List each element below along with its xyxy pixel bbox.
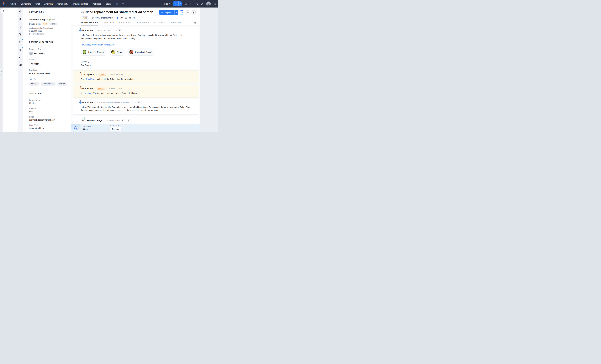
- field-value[interactable]: Mobiles: [29, 102, 68, 104]
- tag-pill[interactable]: Screen Issue: [41, 82, 56, 86]
- gamescope-icon[interactable]: [195, 2, 198, 5]
- tab-approvals[interactable]: 2 APPROVALS: [170, 22, 181, 25]
- nav-tab-chat[interactable]: Chat: [35, 0, 40, 8]
- sent-reply-badge-icon: [80, 30, 82, 32]
- nav-tab-im[interactable]: IM: [116, 0, 118, 8]
- message-author[interactable]: Don Evans: [82, 29, 93, 31]
- tab-time-entry[interactable]: 2 TIME ENTRY: [119, 22, 131, 25]
- collapse-panel-button[interactable]: [1, 9, 5, 13]
- department-label: zPad: [164, 3, 168, 5]
- nav-tab-social[interactable]: Social: [106, 0, 111, 8]
- owner-avatar: [29, 52, 33, 55]
- blueprint-widget[interactable]: [71, 124, 80, 132]
- happy-face-icon: [49, 19, 51, 21]
- due-date-label: Due Date: [29, 69, 68, 71]
- nav-tab-knowledge-base[interactable]: Knowledge Base: [72, 0, 88, 8]
- requests-owner-row[interactable]: Don Evans: [29, 52, 68, 55]
- contact-company[interactable]: Design Indus: [29, 23, 41, 25]
- thread-id-icon[interactable]: [128, 119, 130, 121]
- contact-email[interactable]: santhosh.design@email.com: [29, 27, 68, 30]
- expand-message-button[interactable]: [137, 101, 140, 103]
- insights-bulb-icon[interactable]: [18, 25, 23, 29]
- plus-icon[interactable]: [173, 1, 179, 6]
- due-date-value[interactable]: 04 Apr 2022 08:30 PM: [29, 72, 68, 75]
- panel-drag-handle[interactable]: [0, 68, 3, 75]
- reply-options-dropdown[interactable]: [174, 10, 178, 15]
- collapse-threads-button[interactable]: [191, 10, 196, 14]
- zia-bot-icon[interactable]: [18, 17, 23, 21]
- read-receipt-icon: [131, 102, 133, 103]
- search-icon[interactable]: [185, 2, 187, 5]
- resolve-transition-button[interactable]: Resolve: [110, 127, 122, 131]
- user-avatar[interactable]: [206, 1, 211, 6]
- happiness-survey-link[interactable]: How happy are you with our service?: [81, 43, 191, 46]
- history-icon[interactable]: [18, 32, 23, 36]
- flags-icon[interactable]: 2: [18, 40, 23, 44]
- collapsed-right-panel: [200, 8, 218, 132]
- conversation-filter-icon[interactable]: [194, 22, 196, 25]
- survey-option-bad[interactable]: It was Bad. Sorry!: [128, 49, 155, 56]
- message-time: 02 Apr 03:12 PM: [110, 73, 123, 75]
- zoho-desk-logo-icon[interactable]: [2, 1, 6, 6]
- ticket-id-chip[interactable]: #9282: [81, 16, 89, 20]
- contact-website[interactable]: DesignIndus.com: [29, 32, 68, 35]
- comment-button[interactable]: [180, 10, 184, 14]
- requests-properties-heading: REQUESTS PROPERTIES: [29, 41, 68, 43]
- nav-overflow-icon[interactable]: [122, 3, 124, 4]
- nav-tab-analytics[interactable]: Analytics: [44, 0, 53, 8]
- nav-tab-community[interactable]: Community: [57, 0, 68, 8]
- tab-activities[interactable]: 4 ACTIVITIES: [154, 22, 165, 25]
- message-body: Hello Santhosh, glad to inform you that …: [81, 34, 191, 40]
- nav-tab-tickets[interactable]: Tickets: [10, 0, 16, 8]
- nav-tab-activities[interactable]: Activities: [93, 0, 101, 8]
- status-dropdown[interactable]: Open: [29, 62, 41, 66]
- sent-reply-badge-icon: [80, 101, 82, 104]
- ticket-title: Need replacement for shattered zPad scre…: [85, 10, 153, 14]
- timer-refresh-button[interactable]: [132, 16, 136, 20]
- message-author[interactable]: Don Evans: [82, 87, 93, 90]
- signature-line: Sincerely,: [81, 60, 191, 63]
- timer-pause-button[interactable]: [116, 16, 120, 20]
- zoho-desk-app: Tickets Customers Chat Analytics Communi…: [0, 0, 218, 132]
- quick-create-button[interactable]: [173, 1, 182, 6]
- message-author[interactable]: Yod Agbaria: [82, 73, 94, 76]
- tab-attachments[interactable]: 3 ATTACHMENTS: [135, 22, 149, 25]
- status-value: Open: [34, 63, 39, 65]
- skills-atom-icon[interactable]: [18, 63, 23, 67]
- ticket-tabs: 6 CONVERSATION RESOLUTION 2 TIME ENTRY 3…: [71, 21, 200, 25]
- expand-message-button[interactable]: [118, 29, 120, 31]
- nav-tab-customers[interactable]: Customers: [21, 0, 31, 8]
- current-state-label: CURRENT STATE: [83, 126, 97, 127]
- mention-link[interactable]: Yod Agbaria: [81, 92, 91, 94]
- field-value[interactable]: santhosh.design@gmail.com: [29, 119, 68, 121]
- message-body: Hi Ivan,We're sorry for the trouble! Sur…: [81, 106, 191, 112]
- expand-message-button[interactable]: [121, 119, 124, 121]
- contact-phone[interactable]: (+26) 669-7787: [29, 30, 68, 32]
- field-value[interactable]: Mail: [29, 111, 68, 113]
- survey-option-okay[interactable]: Okay: [109, 49, 125, 56]
- mention-link[interactable]: Don Evans.: [86, 78, 97, 80]
- read-receipt-icon: [112, 30, 114, 31]
- survey-option-label: Okay: [117, 51, 122, 53]
- more-actions-button[interactable]: [186, 10, 190, 14]
- field-label: Issue Type: [29, 124, 68, 126]
- settings-gear-icon[interactable]: [201, 2, 204, 5]
- contact-name[interactable]: Santhosh Singh: [29, 18, 46, 21]
- tab-conversation[interactable]: 6 CONVERSATION: [81, 21, 98, 25]
- tag-pill[interactable]: Broken: [57, 82, 67, 86]
- field-value[interactable]: Screen Problem: [29, 127, 68, 129]
- quick-create-dropdown[interactable]: [179, 1, 182, 6]
- feeds-icon[interactable]: [190, 2, 193, 5]
- tab-resolution[interactable]: RESOLUTION: [103, 22, 114, 25]
- tag-pill[interactable]: zPhone: [29, 82, 40, 86]
- approvals-icon[interactable]: 4: [18, 48, 23, 52]
- message-author[interactable]: Santhosh Singh: [87, 119, 102, 121]
- department-selector[interactable]: zPad: [164, 3, 170, 5]
- current-state-value: Open: [83, 128, 97, 130]
- ticket-properties-icon[interactable]: [18, 10, 23, 13]
- survey-option-loved-it[interactable]: Loved it. Thanks: [81, 49, 107, 56]
- apps-grid-icon[interactable]: [213, 2, 216, 5]
- share-icon[interactable]: [18, 55, 23, 59]
- reply-all-button[interactable]: Reply All: [159, 10, 178, 15]
- message-author[interactable]: Don Evans: [82, 101, 93, 103]
